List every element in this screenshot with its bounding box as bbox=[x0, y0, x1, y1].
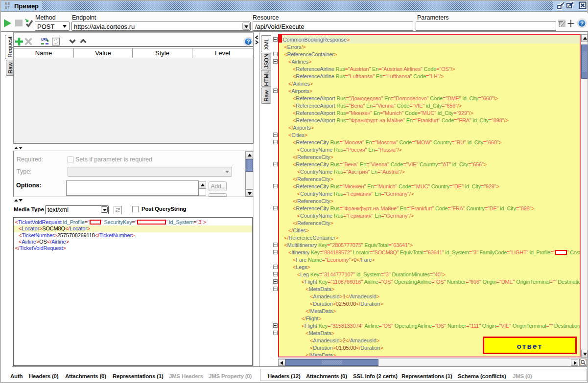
svg-text:?: ? bbox=[580, 21, 584, 26]
svg-text:?: ? bbox=[247, 39, 250, 45]
